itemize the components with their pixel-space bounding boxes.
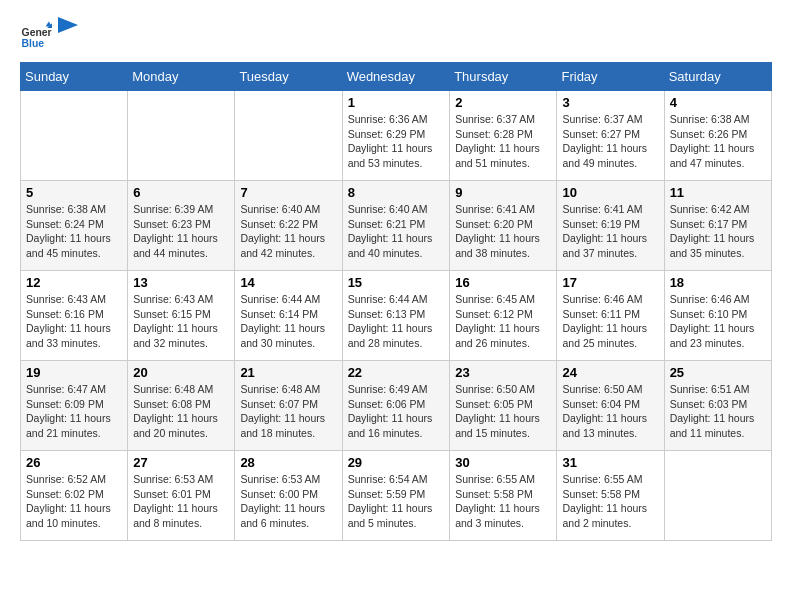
day-number: 25 — [670, 365, 766, 380]
calendar-header: SundayMondayTuesdayWednesdayThursdayFrid… — [21, 63, 772, 91]
svg-marker-4 — [58, 17, 78, 33]
day-number: 14 — [240, 275, 336, 290]
day-number: 19 — [26, 365, 122, 380]
day-number: 7 — [240, 185, 336, 200]
day-number: 21 — [240, 365, 336, 380]
calendar-cell: 22Sunrise: 6:49 AMSunset: 6:06 PMDayligh… — [342, 361, 450, 451]
day-info: Sunrise: 6:47 AMSunset: 6:09 PMDaylight:… — [26, 382, 122, 441]
logo: General Blue — [20, 20, 82, 52]
day-number: 13 — [133, 275, 229, 290]
calendar-cell: 26Sunrise: 6:52 AMSunset: 6:02 PMDayligh… — [21, 451, 128, 541]
weekday-header-tuesday: Tuesday — [235, 63, 342, 91]
day-info: Sunrise: 6:44 AMSunset: 6:14 PMDaylight:… — [240, 292, 336, 351]
day-info: Sunrise: 6:55 AMSunset: 5:58 PMDaylight:… — [455, 472, 551, 531]
calendar-cell: 16Sunrise: 6:45 AMSunset: 6:12 PMDayligh… — [450, 271, 557, 361]
calendar-cell: 3Sunrise: 6:37 AMSunset: 6:27 PMDaylight… — [557, 91, 664, 181]
day-info: Sunrise: 6:39 AMSunset: 6:23 PMDaylight:… — [133, 202, 229, 261]
day-number: 30 — [455, 455, 551, 470]
weekday-header-wednesday: Wednesday — [342, 63, 450, 91]
calendar-week-2: 5Sunrise: 6:38 AMSunset: 6:24 PMDaylight… — [21, 181, 772, 271]
weekday-header-row: SundayMondayTuesdayWednesdayThursdayFrid… — [21, 63, 772, 91]
calendar-week-3: 12Sunrise: 6:43 AMSunset: 6:16 PMDayligh… — [21, 271, 772, 361]
day-number: 16 — [455, 275, 551, 290]
day-number: 2 — [455, 95, 551, 110]
day-info: Sunrise: 6:52 AMSunset: 6:02 PMDaylight:… — [26, 472, 122, 531]
day-info: Sunrise: 6:43 AMSunset: 6:16 PMDaylight:… — [26, 292, 122, 351]
calendar-cell: 12Sunrise: 6:43 AMSunset: 6:16 PMDayligh… — [21, 271, 128, 361]
logo-icon: General Blue — [20, 20, 52, 52]
day-info: Sunrise: 6:42 AMSunset: 6:17 PMDaylight:… — [670, 202, 766, 261]
calendar-cell — [664, 451, 771, 541]
day-info: Sunrise: 6:40 AMSunset: 6:22 PMDaylight:… — [240, 202, 336, 261]
day-number: 12 — [26, 275, 122, 290]
day-number: 1 — [348, 95, 445, 110]
day-info: Sunrise: 6:38 AMSunset: 6:24 PMDaylight:… — [26, 202, 122, 261]
calendar-cell — [235, 91, 342, 181]
calendar-cell: 23Sunrise: 6:50 AMSunset: 6:05 PMDayligh… — [450, 361, 557, 451]
day-info: Sunrise: 6:51 AMSunset: 6:03 PMDaylight:… — [670, 382, 766, 441]
day-info: Sunrise: 6:55 AMSunset: 5:58 PMDaylight:… — [562, 472, 658, 531]
calendar-cell — [128, 91, 235, 181]
day-number: 8 — [348, 185, 445, 200]
weekday-header-friday: Friday — [557, 63, 664, 91]
calendar-body: 1Sunrise: 6:36 AMSunset: 6:29 PMDaylight… — [21, 91, 772, 541]
day-number: 5 — [26, 185, 122, 200]
day-info: Sunrise: 6:46 AMSunset: 6:11 PMDaylight:… — [562, 292, 658, 351]
day-info: Sunrise: 6:40 AMSunset: 6:21 PMDaylight:… — [348, 202, 445, 261]
day-info: Sunrise: 6:53 AMSunset: 6:00 PMDaylight:… — [240, 472, 336, 531]
day-number: 22 — [348, 365, 445, 380]
day-info: Sunrise: 6:41 AMSunset: 6:19 PMDaylight:… — [562, 202, 658, 261]
calendar-cell: 7Sunrise: 6:40 AMSunset: 6:22 PMDaylight… — [235, 181, 342, 271]
calendar-cell: 25Sunrise: 6:51 AMSunset: 6:03 PMDayligh… — [664, 361, 771, 451]
day-info: Sunrise: 6:38 AMSunset: 6:26 PMDaylight:… — [670, 112, 766, 171]
calendar-cell: 2Sunrise: 6:37 AMSunset: 6:28 PMDaylight… — [450, 91, 557, 181]
day-number: 11 — [670, 185, 766, 200]
day-info: Sunrise: 6:45 AMSunset: 6:12 PMDaylight:… — [455, 292, 551, 351]
calendar-cell: 14Sunrise: 6:44 AMSunset: 6:14 PMDayligh… — [235, 271, 342, 361]
weekday-header-sunday: Sunday — [21, 63, 128, 91]
calendar-cell: 13Sunrise: 6:43 AMSunset: 6:15 PMDayligh… — [128, 271, 235, 361]
calendar-cell: 4Sunrise: 6:38 AMSunset: 6:26 PMDaylight… — [664, 91, 771, 181]
calendar-week-5: 26Sunrise: 6:52 AMSunset: 6:02 PMDayligh… — [21, 451, 772, 541]
calendar-week-1: 1Sunrise: 6:36 AMSunset: 6:29 PMDaylight… — [21, 91, 772, 181]
weekday-header-saturday: Saturday — [664, 63, 771, 91]
day-number: 18 — [670, 275, 766, 290]
svg-text:Blue: Blue — [22, 38, 45, 49]
page-header: General Blue — [20, 20, 772, 52]
calendar-cell: 5Sunrise: 6:38 AMSunset: 6:24 PMDaylight… — [21, 181, 128, 271]
calendar-cell: 8Sunrise: 6:40 AMSunset: 6:21 PMDaylight… — [342, 181, 450, 271]
calendar-cell: 31Sunrise: 6:55 AMSunset: 5:58 PMDayligh… — [557, 451, 664, 541]
calendar-cell: 6Sunrise: 6:39 AMSunset: 6:23 PMDaylight… — [128, 181, 235, 271]
day-info: Sunrise: 6:37 AMSunset: 6:27 PMDaylight:… — [562, 112, 658, 171]
calendar-cell: 11Sunrise: 6:42 AMSunset: 6:17 PMDayligh… — [664, 181, 771, 271]
day-number: 6 — [133, 185, 229, 200]
calendar-cell: 19Sunrise: 6:47 AMSunset: 6:09 PMDayligh… — [21, 361, 128, 451]
calendar-cell — [21, 91, 128, 181]
svg-text:General: General — [22, 27, 52, 38]
day-info: Sunrise: 6:36 AMSunset: 6:29 PMDaylight:… — [348, 112, 445, 171]
calendar-cell: 9Sunrise: 6:41 AMSunset: 6:20 PMDaylight… — [450, 181, 557, 271]
logo-flag-icon — [58, 17, 82, 47]
calendar-cell: 17Sunrise: 6:46 AMSunset: 6:11 PMDayligh… — [557, 271, 664, 361]
day-number: 4 — [670, 95, 766, 110]
day-info: Sunrise: 6:53 AMSunset: 6:01 PMDaylight:… — [133, 472, 229, 531]
day-info: Sunrise: 6:48 AMSunset: 6:07 PMDaylight:… — [240, 382, 336, 441]
day-info: Sunrise: 6:48 AMSunset: 6:08 PMDaylight:… — [133, 382, 229, 441]
day-info: Sunrise: 6:50 AMSunset: 6:05 PMDaylight:… — [455, 382, 551, 441]
day-number: 31 — [562, 455, 658, 470]
calendar-cell: 27Sunrise: 6:53 AMSunset: 6:01 PMDayligh… — [128, 451, 235, 541]
day-number: 27 — [133, 455, 229, 470]
day-number: 29 — [348, 455, 445, 470]
day-info: Sunrise: 6:44 AMSunset: 6:13 PMDaylight:… — [348, 292, 445, 351]
day-info: Sunrise: 6:49 AMSunset: 6:06 PMDaylight:… — [348, 382, 445, 441]
calendar-cell: 15Sunrise: 6:44 AMSunset: 6:13 PMDayligh… — [342, 271, 450, 361]
calendar-cell: 18Sunrise: 6:46 AMSunset: 6:10 PMDayligh… — [664, 271, 771, 361]
weekday-header-monday: Monday — [128, 63, 235, 91]
day-number: 24 — [562, 365, 658, 380]
calendar-cell: 10Sunrise: 6:41 AMSunset: 6:19 PMDayligh… — [557, 181, 664, 271]
weekday-header-thursday: Thursday — [450, 63, 557, 91]
day-number: 10 — [562, 185, 658, 200]
day-info: Sunrise: 6:54 AMSunset: 5:59 PMDaylight:… — [348, 472, 445, 531]
calendar-cell: 30Sunrise: 6:55 AMSunset: 5:58 PMDayligh… — [450, 451, 557, 541]
calendar-cell: 21Sunrise: 6:48 AMSunset: 6:07 PMDayligh… — [235, 361, 342, 451]
